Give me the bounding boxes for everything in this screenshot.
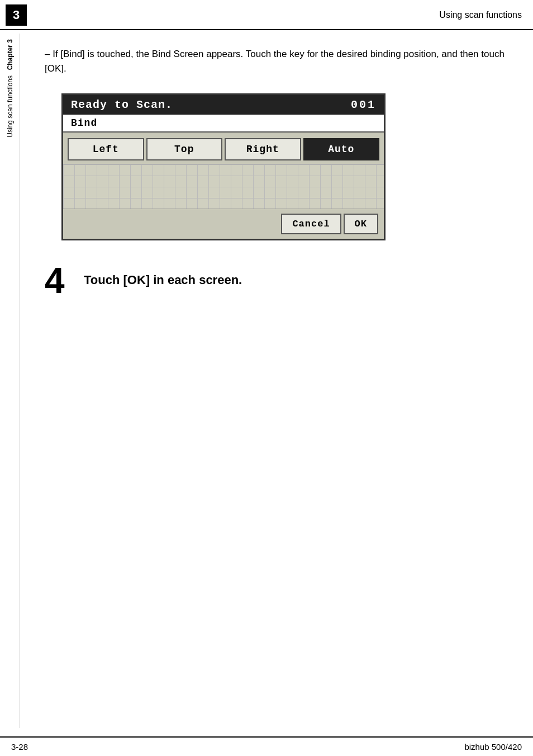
lcd-header: Ready to Scan. 001 <box>63 95 384 115</box>
lcd-page-number: 001 <box>351 98 376 111</box>
sidebar-section-label: Using scan functions <box>6 75 14 138</box>
lcd-screen: Ready to Scan. 001 Bind Left Top Right A… <box>61 93 386 240</box>
bind-left-button[interactable]: Left <box>68 138 144 160</box>
lcd-footer: Cancel OK <box>63 209 384 239</box>
lcd-grid-area <box>63 164 384 209</box>
lcd-ok-button[interactable]: OK <box>344 214 378 234</box>
header-title: Using scan functions <box>439 10 522 20</box>
lcd-ready-text: Ready to Scan. <box>71 98 173 111</box>
page-footer: 3-28 bizhub 500/420 <box>0 736 533 756</box>
bind-right-button[interactable]: Right <box>225 138 301 160</box>
lcd-bind-label: Bind <box>63 115 384 133</box>
lcd-button-row: Left Top Right Auto <box>63 133 384 164</box>
step-instruction: Touch [OK] in each screen. <box>84 263 242 287</box>
chapter-badge: 3 <box>6 4 27 26</box>
bind-top-button[interactable]: Top <box>146 138 223 160</box>
sidebar-chapter-label: Chapter 3 <box>6 39 14 70</box>
sidebar: Chapter 3 Using scan functions <box>0 34 20 728</box>
main-content: If [Bind] is touched, the Bind Screen ap… <box>22 30 533 315</box>
page-number: 3-28 <box>11 742 28 752</box>
page-header: 3 Using scan functions <box>0 0 533 30</box>
lcd-cancel-button[interactable]: Cancel <box>281 214 341 234</box>
product-name: bizhub 500/420 <box>464 742 522 752</box>
step-4-section: 4 Touch [OK] in each screen. <box>45 263 516 299</box>
instruction-text: If [Bind] is touched, the Bind Screen ap… <box>45 47 516 77</box>
bind-auto-button[interactable]: Auto <box>303 138 380 160</box>
step-number: 4 <box>45 263 74 299</box>
